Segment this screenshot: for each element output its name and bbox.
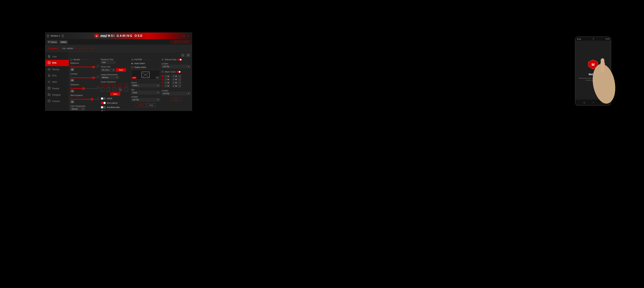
refresh-location-dropdown[interactable]: Left Top ▼	[162, 65, 190, 68]
reset-button[interactable]: ↺	[186, 53, 190, 57]
alarm-row-3: 45 : 00 ✓	[162, 81, 190, 84]
content-topbar: ⎋ ↺	[70, 53, 190, 57]
size-dropdown[interactable]: Small ▼	[131, 91, 160, 94]
tab-2-slash: /	[80, 47, 80, 50]
profile-tab-1[interactable]: LOL +WOW / +	[62, 47, 77, 50]
alarm-circle-1[interactable]	[162, 75, 163, 77]
screen-size-dropdown[interactable]: 24 ( 4:3 ) ▼	[101, 68, 115, 72]
anti-motion-toggle[interactable]	[101, 106, 106, 109]
alarm-location-dropdown[interactable]: Left Top ▼	[162, 92, 190, 95]
hand-illustration	[578, 47, 630, 106]
alarm-toggle[interactable]	[176, 71, 180, 73]
window-controls: − ✕	[182, 34, 190, 38]
nav-next[interactable]: ›	[62, 34, 64, 38]
sa-item-5[interactable]: ✕	[124, 84, 128, 87]
profile-tab-3[interactable]: / +	[85, 47, 89, 50]
alarm-min-1[interactable]: 00	[172, 75, 178, 78]
minimize-button[interactable]: −	[182, 34, 186, 38]
monitor-section-header: Monitor	[70, 58, 99, 61]
zero-latency-toggle[interactable]	[101, 102, 106, 104]
sidebar-item-user[interactable]: User	[45, 53, 69, 60]
image-enhancement-dropdown[interactable]: Medium ▼	[101, 76, 119, 79]
alarm-min-4[interactable]: 00	[172, 85, 178, 87]
sa-item-9[interactable]: ⬛	[118, 88, 122, 91]
sa-item-2[interactable]: +	[106, 84, 110, 87]
sa-item-8[interactable]: ⊕	[112, 88, 116, 91]
display-switch-row: Display Switch	[131, 66, 160, 68]
sharpness-track[interactable]	[70, 88, 99, 89]
alarm-hour-1[interactable]: 15	[164, 75, 170, 78]
sidebar-item-rpg[interactable]: RPG	[45, 79, 69, 85]
alarm-check-4[interactable]: ✓	[178, 85, 181, 87]
audio-icon	[131, 63, 133, 64]
alarm-start-button[interactable]: Start	[171, 97, 181, 101]
alarm-check-3[interactable]: ✓	[178, 81, 181, 84]
alarm-hour-2[interactable]: 30	[164, 78, 170, 81]
brightness-fill	[70, 67, 94, 67]
alarm-row-2: 30 : 00 ✓	[162, 78, 190, 81]
alarm-circle-4[interactable]	[162, 85, 163, 87]
svg-text:M: M	[96, 35, 98, 37]
tab-2-add[interactable]: +	[82, 47, 83, 50]
contrast-track[interactable]	[70, 77, 99, 78]
alarm-circle-2[interactable]	[162, 79, 163, 80]
sidebar-item-cinema[interactable]: Cinema	[45, 98, 69, 104]
export-button[interactable]: ⎋	[181, 53, 184, 57]
sidebar-item-designer[interactable]: Designer	[45, 92, 69, 98]
profile-tab-2[interactable]: / +	[80, 47, 83, 50]
pip-start-button[interactable]: Start	[136, 103, 146, 107]
audio-switch-row: Audio Switch	[131, 62, 160, 64]
hdcr-toggle[interactable]	[101, 97, 106, 100]
alarm-check-2[interactable]: ✓	[178, 78, 181, 81]
svg-rect-6	[49, 74, 50, 75]
sa-item-1[interactable]: ✕	[101, 84, 104, 87]
screen-assistance-start-button[interactable]: Start	[110, 92, 120, 96]
sa-item-10[interactable]: ↔	[124, 88, 128, 91]
image-enhancement-label: Image Enhancement	[101, 74, 130, 76]
setting-button[interactable]: ⚙ Setting	[47, 40, 58, 44]
source-dropdown[interactable]: HDMI 1 ▼	[131, 84, 160, 87]
close-button[interactable]: ✕	[186, 34, 190, 38]
alarm-min-3[interactable]: 00	[172, 81, 178, 84]
sa-item-3[interactable]: ✦	[112, 84, 116, 87]
svg-rect-19	[70, 59, 72, 60]
eye-saver-toggle[interactable]	[101, 110, 106, 111]
pip-stop-button[interactable]: Stop	[147, 103, 156, 107]
color-temp-dropdown[interactable]: Normal ▼	[70, 107, 85, 111]
racing-icon	[48, 68, 51, 71]
alarm-circle-3[interactable]	[162, 82, 163, 84]
tab-3-add[interactable]: +	[87, 47, 89, 50]
location-dropdown[interactable]: Left Top ▼	[131, 98, 160, 101]
sa-item-4[interactable]: ◻	[118, 84, 122, 87]
alarm-hour-3[interactable]: 45	[164, 81, 170, 84]
alarm-location-chevron: ▼	[188, 93, 189, 94]
svg-rect-16	[50, 100, 50, 100]
sidebar-item-rts[interactable]: RTS	[45, 73, 69, 79]
profile-tab-4[interactable]: / +	[91, 47, 94, 50]
contrast-range: 0100	[70, 75, 99, 77]
mystic-light-button[interactable]: ✦ MYSTIC LIGHT	[171, 40, 190, 44]
sidebar-item-reader[interactable]: Reader	[45, 85, 69, 92]
tab-1-add[interactable]: +	[76, 47, 77, 50]
sa-item-7[interactable]: +	[106, 88, 110, 91]
image-enhancement-group: Image Enhancement Medium ▼	[101, 74, 130, 79]
source-chevron: ▼	[157, 85, 159, 86]
sidebar-item-fps[interactable]: FPS	[45, 60, 69, 66]
brightness-track[interactable]	[70, 67, 99, 67]
standard-profile[interactable]: Standard	[47, 47, 60, 50]
nav-prev[interactable]: ‹	[47, 34, 49, 38]
alarm-check-1[interactable]: ✓	[178, 75, 181, 77]
alarm-min-2[interactable]: 00	[172, 78, 178, 81]
black-eq-track[interactable]	[70, 99, 99, 100]
svg-point-4	[49, 62, 50, 63]
tab-4-add[interactable]: +	[93, 47, 94, 50]
sidebar-item-racing[interactable]: Racing	[45, 66, 69, 73]
refresh-toggle[interactable]	[178, 59, 182, 61]
racing-label: Racing	[52, 68, 59, 71]
svg-rect-42	[601, 58, 604, 73]
alarm-colon-3: :	[170, 82, 171, 84]
sa-item-6[interactable]: ⬚	[101, 88, 104, 91]
alarm-hour-4[interactable]: 60	[164, 85, 170, 87]
cinema-label: Cinema	[52, 100, 60, 103]
screen-size-start-button[interactable]: Start	[116, 68, 126, 72]
